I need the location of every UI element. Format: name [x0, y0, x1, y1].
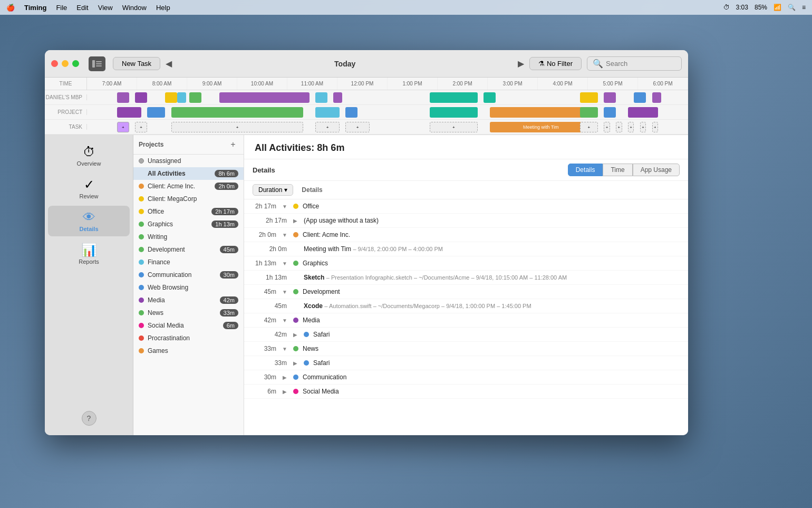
timeline-block[interactable] [165, 92, 177, 103]
project-item-unassigned[interactable]: Unassigned [133, 155, 244, 167]
timeline-block[interactable] [345, 107, 357, 118]
timeline-block[interactable]: + [616, 122, 622, 132]
timeline-block[interactable] [604, 92, 616, 103]
expand-media[interactable]: ▼ [281, 316, 289, 324]
project-item-procrastination[interactable]: Procrastination [133, 332, 244, 344]
sidebar-item-reports[interactable]: 📊 Reports [48, 238, 130, 269]
project-item-development[interactable]: Development 45m [133, 243, 244, 256]
add-project-button[interactable]: + [228, 139, 238, 150]
new-task-button[interactable]: New Task [113, 57, 160, 70]
tab-details[interactable]: Details [568, 164, 603, 176]
details-col-label: Details [302, 186, 322, 194]
sidebar-item-overview[interactable]: ⏱ Overview [48, 140, 130, 171]
project-item-communication[interactable]: Communication 30m [133, 269, 244, 281]
project-item-games[interactable]: Games [133, 344, 244, 357]
activity-name-app-usage: (App usage without a task) [304, 217, 680, 224]
timeline-block[interactable]: + [604, 122, 610, 132]
timeline-block[interactable] [219, 92, 310, 103]
sidebar-item-review[interactable]: ✓ Review [48, 173, 130, 204]
timeline-block[interactable] [580, 107, 598, 118]
expand-office[interactable]: ▼ [281, 202, 289, 210]
timeline-block[interactable] [177, 92, 186, 103]
menu-view[interactable]: View [98, 4, 113, 12]
search-input[interactable] [606, 60, 680, 68]
timeline-block[interactable] [189, 92, 201, 103]
timeline-block[interactable]: + [652, 122, 658, 132]
expand-safari-news[interactable]: ▶ [291, 359, 299, 367]
sidebar-item-details[interactable]: 👁 Details [48, 206, 130, 236]
expand-social-media[interactable]: ▶ [281, 387, 289, 396]
menu-window[interactable]: Window [122, 4, 147, 12]
tab-app-usage[interactable]: App Usage [633, 164, 680, 176]
timeline-block[interactable] [333, 92, 342, 103]
nav-back-button[interactable]: ◀ [166, 59, 172, 69]
menu-edit[interactable]: Edit [76, 4, 88, 12]
project-item-office[interactable]: Office 2h 17m [133, 205, 244, 218]
timeline-block[interactable] [147, 107, 165, 118]
project-item-all[interactable]: All Activities 8h 6m [133, 167, 244, 180]
timeline-block[interactable]: + [640, 122, 646, 132]
help-button[interactable]: ? [82, 411, 96, 426]
timeline-block[interactable] [628, 107, 658, 118]
expand-graphics[interactable]: ▼ [281, 259, 289, 267]
meeting-with-tim-block[interactable]: Meeting with Tim [490, 122, 592, 132]
project-name-acme: Client: Acme Inc. [148, 183, 211, 190]
timeline-block[interactable] [490, 107, 592, 118]
expand-app-usage[interactable]: ▶ [291, 216, 299, 225]
sidebar-item-details-label: Details [79, 226, 98, 232]
timeline-block[interactable] [430, 92, 478, 103]
timeline-block[interactable] [117, 92, 129, 103]
expand-news[interactable]: ▼ [281, 344, 289, 353]
project-item-web-browsing[interactable]: Web Browsing [133, 281, 244, 294]
sidebar-toggle-button[interactable] [89, 56, 105, 71]
timeline-block[interactable]: + [345, 122, 370, 132]
menu-search[interactable]: 🔍 [788, 4, 796, 11]
expand-safari-media[interactable]: ▶ [291, 330, 299, 339]
timeline-block[interactable] [634, 92, 646, 103]
timeline-block[interactable] [484, 92, 496, 103]
timeline-block[interactable]: + [628, 122, 634, 132]
timeline-block[interactable] [430, 107, 478, 118]
timeline-block[interactable]: + [171, 122, 304, 132]
timeline-block[interactable]: + [135, 122, 147, 132]
expand-acme[interactable]: ▼ [281, 231, 289, 239]
menu-time: 3:03 [736, 4, 748, 11]
nav-forward-button[interactable]: ▶ [518, 59, 524, 69]
app-name[interactable]: Timing [24, 4, 46, 12]
timeline-block[interactable] [171, 107, 304, 118]
timeline-block[interactable]: + [430, 122, 478, 132]
project-item-finance[interactable]: Finance [133, 256, 244, 269]
apple-menu[interactable]: 🍎 [6, 4, 15, 12]
timeline-block[interactable] [652, 92, 661, 103]
timeline-block[interactable] [580, 92, 598, 103]
timeline-block[interactable] [315, 92, 327, 103]
project-item-graphics[interactable]: Graphics 1h 13m [133, 218, 244, 231]
timeline-block[interactable] [135, 92, 147, 103]
project-item-writing[interactable]: Writing [133, 231, 244, 243]
timeline-block[interactable]: + [117, 122, 129, 132]
project-item-social-media[interactable]: Social Media 6m [133, 319, 244, 332]
tab-time[interactable]: Time [603, 164, 632, 176]
timeline-block[interactable]: + [315, 122, 340, 132]
timeline-block[interactable] [315, 107, 340, 118]
project-item-media[interactable]: Media 42m [133, 294, 244, 306]
activity-duration-xcode: 45m [263, 302, 287, 310]
duration-filter[interactable]: Duration ▾ [253, 184, 293, 196]
minimize-button[interactable] [62, 60, 69, 67]
menu-help[interactable]: Help [156, 4, 170, 12]
activity-row-media: 42m ▼ Media [244, 313, 688, 328]
expand-development[interactable]: ▼ [281, 287, 289, 296]
close-button[interactable] [51, 60, 58, 67]
project-item-acme[interactable]: Client: Acme Inc. 2h 0m [133, 180, 244, 193]
menu-file[interactable]: File [56, 4, 67, 12]
filter-button[interactable]: ⚗ No Filter [529, 57, 582, 70]
expand-communication[interactable]: ▶ [281, 373, 289, 381]
project-item-megacorp[interactable]: Client: MegaCorp [133, 193, 244, 205]
menu-controlcenter[interactable]: ≡ [802, 4, 806, 11]
project-item-news[interactable]: News 33m [133, 306, 244, 319]
maximize-button[interactable] [72, 60, 79, 67]
timeline-block[interactable] [117, 107, 141, 118]
timeline-block[interactable]: + [580, 122, 598, 132]
timeline-block[interactable] [604, 107, 616, 118]
activity-duration-safari-media: 42m [263, 331, 287, 338]
